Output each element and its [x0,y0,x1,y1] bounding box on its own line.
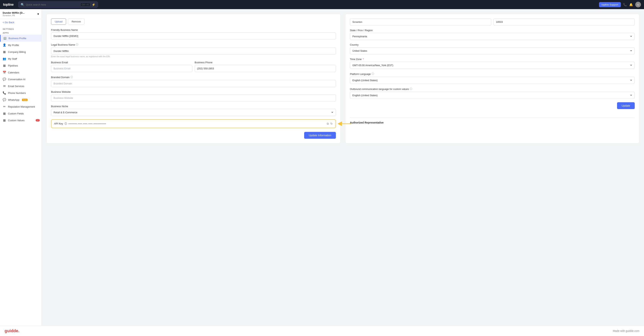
lightning-icon: ⚡ [92,3,96,7]
phone-label: Business Phone [194,61,336,64]
sidebar-item-custom-fields[interactable]: ▦ Custom Fields [0,110,42,117]
friendly-name-input[interactable] [51,33,336,40]
go-back-link[interactable]: < Go Back [0,19,42,26]
platform-lang-group: Platform Language ⓘ English (United Stat… [350,72,635,84]
sidebar-item-reputation-management[interactable]: ✏ Reputation Management [0,103,42,110]
phone-icon[interactable]: 📞 [623,3,627,7]
custom-fields-icon: ▦ [3,112,6,115]
phone-input[interactable] [194,65,336,72]
right-form-card: State / Prov / Region Pennsylvania Count… [345,14,640,144]
outbound-lang-select[interactable]: English (United States) [350,92,635,99]
search-bar[interactable]: 🔍 Ctrl + K ⚡ [18,1,98,8]
sidebar-item-calendars[interactable]: 📅 Calendars [0,69,42,76]
zip-input[interactable] [494,19,635,26]
niche-group: Business Niche Retail & E-Commerce [51,105,336,116]
platform-lang-label: Platform Language ⓘ [350,72,635,76]
sidebar-item-company-billing[interactable]: ▦ Company Billing [0,49,42,55]
api-key-value: ••••••••-••••-••••-••••-•••••••••••• [68,122,325,125]
update-button[interactable]: Update [617,102,635,109]
copy-icon[interactable]: ⧉ [327,122,329,125]
email-phone-group: Business Email Business Phone [51,61,336,72]
top-nav-right: topline Support 📞 🔔 U [599,2,641,8]
refresh-icon[interactable]: ↻ [330,122,333,125]
apps-section-label: Apps [0,31,42,35]
platform-lang-info-icon[interactable]: ⓘ [372,72,374,76]
custom-values-icon: ▦ [3,119,6,122]
bell-icon[interactable]: 🔔 [629,3,633,7]
legal-name-label: Legal Business Name ⓘ [51,43,336,46]
city-zip-group [350,19,635,26]
sidebar-item-phone-numbers[interactable]: 📞 Phone Numbers [0,90,42,96]
pipelines-icon: ▦ [3,64,6,67]
niche-label: Business Niche [51,105,336,108]
chevron-down-icon: ▾ [38,12,39,16]
branded-domain-group: Branded Domain ⓘ [51,76,336,87]
niche-select[interactable]: Retail & E-Commerce [51,109,336,116]
phone-numbers-icon: 📞 [3,91,6,95]
api-key-label: API Key ⓘ [54,122,67,125]
account-location: Scranton, PA [3,14,36,17]
api-key-container: API Key ⓘ ••••••••-••••-••••-••••-••••••… [51,119,336,128]
legal-name-group: Legal Business Name ⓘ Enter the exact le… [51,43,336,58]
upload-row: Upload Remove [51,19,336,25]
sidebar-label-whatsapp: WhatsApp [8,98,19,101]
sidebar-item-my-staff[interactable]: 👥 My Staff [0,55,42,62]
main-content: Upload Remove Friendly Business Name Leg… [42,9,644,325]
sidebar: Dunder Mifflin [D... Scranton, PA ▾ < Go… [0,9,42,325]
branded-domain-info-icon[interactable]: ⓘ [70,76,73,79]
company-billing-icon: ▦ [3,50,6,54]
my-staff-icon: 👥 [3,57,6,61]
branded-domain-input[interactable] [51,80,336,87]
support-button[interactable]: topline Support [599,2,621,7]
timezone-group: Time Zone * GMT-05:00 America/New_York (… [350,58,635,69]
search-icon: 🔍 [21,3,24,7]
website-group: Business Website [51,91,336,102]
friendly-name-group: Friendly Business Name [51,29,336,40]
sidebar-label-phone-numbers: Phone Numbers [8,92,26,95]
website-input[interactable] [51,95,336,102]
outbound-lang-group: Outbound communication language for cust… [350,87,635,99]
search-input[interactable] [26,3,79,6]
sidebar-label-reputation-management: Reputation Management [8,105,35,108]
app-logo: topline [3,3,14,7]
outbound-lang-info-icon[interactable]: ⓘ [410,87,412,91]
calendars-icon: 📅 [3,71,6,74]
sidebar-item-conversation-ai[interactable]: 💬 Conversation AI [0,76,42,83]
country-select[interactable]: United States [350,47,635,54]
authorized-rep-section: Authorized Representative [350,117,635,124]
sidebar-item-email-services[interactable]: ✉ Email Services [0,83,42,90]
sidebar-label-conversation-ai: Conversation AI [8,78,26,81]
email-input[interactable] [51,65,192,72]
platform-lang-select[interactable]: English (United States) [350,77,635,84]
upload-button[interactable]: Upload [51,19,66,25]
state-select[interactable]: Pennsylvania [350,33,635,40]
remove-button[interactable]: Remove [68,19,84,25]
sidebar-item-whatsapp[interactable]: 💬 WhatsApp beta [0,96,42,103]
friendly-name-label: Friendly Business Name [51,29,336,31]
sidebar-item-custom-values[interactable]: ▦ Custom Values 17 [0,117,42,124]
sidebar-label-my-staff: My Staff [8,57,17,60]
legal-name-info-icon[interactable]: ⓘ [76,43,78,46]
city-input[interactable] [350,19,491,26]
update-info-row: Update Information [51,132,336,139]
whatsapp-icon: 💬 [3,98,6,102]
avatar[interactable]: U [635,2,641,8]
sidebar-item-pipelines[interactable]: ▦ Pipelines [0,62,42,69]
footer-text: Made with guidde.com [613,329,640,332]
timezone-select[interactable]: GMT-05:00 America/New_York (EST) [350,62,635,69]
sidebar-item-my-profile[interactable]: 👤 My Profile [0,42,42,49]
update-info-button[interactable]: Update Information [304,132,336,139]
api-key-info-icon[interactable]: ⓘ [64,122,67,125]
state-label: State / Prov / Region [350,29,635,32]
left-form-card: Upload Remove Friendly Business Name Leg… [46,14,340,144]
settings-section-title: Settings [0,26,42,31]
reputation-icon: ✏ [3,105,6,108]
legal-name-input[interactable] [51,48,336,55]
branded-domain-label: Branded Domain ⓘ [51,76,336,79]
account-selector[interactable]: Dunder Mifflin [D... Scranton, PA ▾ [0,9,42,19]
sidebar-item-business-profile[interactable]: 🏢 Business Profile [0,35,42,42]
footer: guidde. Made with guidde.com [0,325,644,336]
email-services-icon: ✉ [3,84,6,88]
country-group: Country United States [350,43,635,54]
outbound-lang-label: Outbound communication language for cust… [350,87,635,91]
